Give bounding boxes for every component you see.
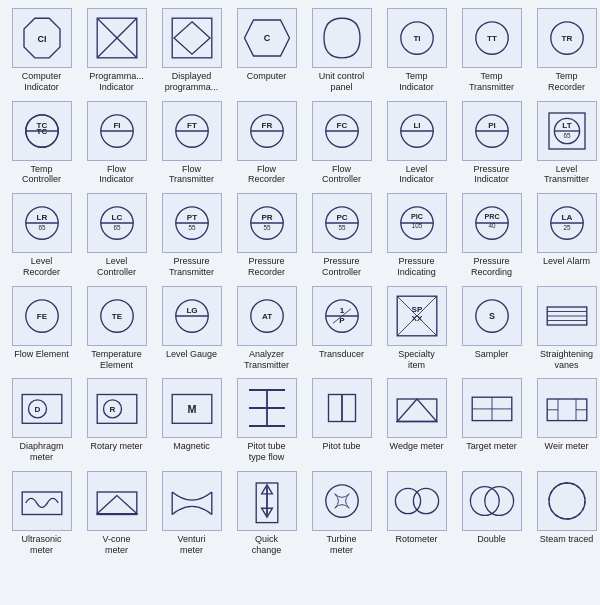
cell-level-transmitter[interactable]: LT65Level Transmitter (529, 97, 600, 190)
svg-text:LR: LR (36, 213, 47, 222)
label-analyzer-transmitter: Analyzer Transmitter (244, 349, 289, 371)
svg-text:LT: LT (562, 121, 571, 130)
label-venturi-meter: Venturi meter (177, 534, 205, 556)
svg-text:PIC: PIC (411, 213, 423, 222)
label-pitot-tube: Pitot tube (322, 441, 360, 452)
cell-computer-indicator[interactable]: CIComputer Indicator (4, 4, 79, 97)
label-flow-indicator: Flow Indicator (99, 164, 134, 186)
cell-flow-indicator[interactable]: FIFlow Indicator (79, 97, 154, 190)
cell-pressure-recorder[interactable]: PR55Pressure Recorder (229, 189, 304, 282)
symbol-flow-recorder: FR (237, 101, 297, 161)
cell-temp-controller[interactable]: TCTCTemp Controller (4, 97, 79, 190)
symbol-level-gauge: LG (162, 286, 222, 346)
cell-pressure-indicator[interactable]: PIPressure Indicator (454, 97, 529, 190)
label-pressure-controller: Pressure Controller (322, 256, 361, 278)
symbol-displayed-programmable (162, 8, 222, 68)
cell-level-recorder[interactable]: LR65Level Recorder (4, 189, 79, 282)
label-sampler: Sampler (475, 349, 509, 360)
cell-turbine-meter[interactable]: Turbine meter (304, 467, 379, 560)
svg-text:65: 65 (113, 224, 121, 231)
cell-pressure-transmitter[interactable]: PT55Pressure Transmitter (154, 189, 229, 282)
label-flow-element: Flow Element (14, 349, 69, 360)
svg-text:FC: FC (336, 121, 347, 130)
symbol-rotary-meter: R (87, 378, 147, 438)
cell-straightening-vanes[interactable]: Straightening vanes (529, 282, 600, 375)
svg-text:PT: PT (186, 213, 196, 222)
svg-text:TR: TR (561, 34, 572, 43)
cell-flow-controller[interactable]: FCFlow Controller (304, 97, 379, 190)
svg-rect-124 (22, 492, 62, 515)
label-rotary-meter: Rotary meter (90, 441, 142, 452)
cell-steam-traced[interactable]: Steam traced (529, 467, 600, 560)
symbol-specialty-item: SPXX (387, 286, 447, 346)
label-flow-transmitter: Flow Transmitter (169, 164, 214, 186)
svg-text:FR: FR (261, 121, 272, 130)
cell-level-alarm[interactable]: LA25Level Alarm (529, 189, 600, 282)
cell-v-cone-meter[interactable]: V-cone meter (79, 467, 154, 560)
cell-unit-control-panel[interactable]: Unit control panel (304, 4, 379, 97)
cell-programmable-indicator[interactable]: Programma... Indicator (79, 4, 154, 97)
label-straightening-vanes: Straightening vanes (540, 349, 593, 371)
cell-rotary-meter[interactable]: RRotary meter (79, 374, 154, 467)
cell-flow-transmitter[interactable]: FTFlow Transmitter (154, 97, 229, 190)
cell-rotometer[interactable]: Rotometer (379, 467, 454, 560)
label-wedge-meter: Wedge meter (390, 441, 444, 452)
cell-quick-change[interactable]: Quick change (229, 467, 304, 560)
cell-pitot-tube[interactable]: Pitot tube (304, 374, 379, 467)
cell-temperature-element[interactable]: TETemperature Element (79, 282, 154, 375)
label-level-gauge: Level Gauge (166, 349, 217, 360)
cell-flow-recorder[interactable]: FRFlow Recorder (229, 97, 304, 190)
svg-text:D: D (34, 405, 40, 414)
cell-temp-recorder[interactable]: TRTemp Recorder (529, 4, 600, 97)
cell-temp-transmitter[interactable]: TTTemp Transmitter (454, 4, 529, 97)
label-level-indicator: Level Indicator (399, 164, 434, 186)
symbol-pressure-controller: PC55 (312, 193, 372, 253)
label-temp-controller: Temp Controller (22, 164, 61, 186)
cell-diaphragm-meter[interactable]: DDiaphragm meter (4, 374, 79, 467)
cell-double[interactable]: Double (454, 467, 529, 560)
cell-pressure-controller[interactable]: PC55Pressure Controller (304, 189, 379, 282)
svg-text:105: 105 (411, 223, 422, 230)
label-level-recorder: Level Recorder (23, 256, 60, 278)
svg-text:65: 65 (38, 224, 46, 231)
label-programmable-indicator: Programma... Indicator (89, 71, 144, 93)
svg-text:SP: SP (411, 305, 422, 314)
svg-point-132 (325, 485, 357, 517)
svg-text:FI: FI (113, 121, 120, 130)
symbol-pitot-tube (312, 378, 372, 438)
cell-displayed-programmable[interactable]: Displayed programma... (154, 4, 229, 97)
symbol-pressure-indicating: PIC105 (387, 193, 447, 253)
cell-temp-indicator[interactable]: TITemp Indicator (379, 4, 454, 97)
svg-text:PR: PR (261, 213, 272, 222)
label-transducer: Transducer (319, 349, 364, 360)
label-computer-indicator: Computer Indicator (22, 71, 62, 93)
cell-wedge-meter[interactable]: Wedge meter (379, 374, 454, 467)
cell-level-controller[interactable]: LC65Level Controller (79, 189, 154, 282)
cell-transducer[interactable]: 1PTransducer (304, 282, 379, 375)
svg-text:LG: LG (186, 306, 197, 315)
cell-computer[interactable]: CComputer (229, 4, 304, 97)
symbol-straightening-vanes (537, 286, 597, 346)
cell-pressure-indicating[interactable]: PIC105Pressure Indicating (379, 189, 454, 282)
cell-pressure-recording[interactable]: PRC40Pressure Recording (454, 189, 529, 282)
svg-text:40: 40 (488, 223, 496, 230)
symbol-steam-traced (537, 471, 597, 531)
cell-specialty-item[interactable]: SPXXSpecialty item (379, 282, 454, 375)
symbol-computer-indicator: CI (12, 8, 72, 68)
svg-text:55: 55 (188, 224, 196, 231)
cell-analyzer-transmitter[interactable]: ATAnalyzer Transmitter (229, 282, 304, 375)
symbol-flow-indicator: FI (87, 101, 147, 161)
cell-venturi-meter[interactable]: Venturi meter (154, 467, 229, 560)
cell-target-meter[interactable]: Target meter (454, 374, 529, 467)
svg-rect-114 (397, 399, 437, 422)
svg-rect-5 (172, 18, 212, 58)
symbol-level-controller: LC65 (87, 193, 147, 253)
cell-weir-meter[interactable]: Weir meter (529, 374, 600, 467)
cell-flow-element[interactable]: FEFlow Element (4, 282, 79, 375)
cell-pitot-tube-flow[interactable]: Pitot tube type flow (229, 374, 304, 467)
cell-sampler[interactable]: SSampler (454, 282, 529, 375)
cell-ultrasonic-meter[interactable]: Ultrasonic meter (4, 467, 79, 560)
cell-level-indicator[interactable]: LILevel Indicator (379, 97, 454, 190)
cell-magnetic[interactable]: MMagnetic (154, 374, 229, 467)
cell-level-gauge[interactable]: LGLevel Gauge (154, 282, 229, 375)
